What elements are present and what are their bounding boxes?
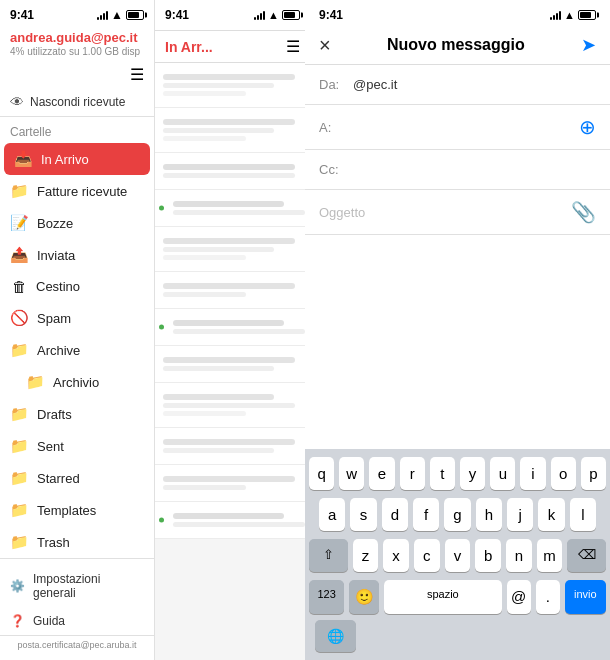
email-item[interactable] (155, 227, 310, 272)
archivio-label: Archivio (53, 375, 99, 390)
hide-received-button[interactable]: 👁 Nascondi ricevute (0, 88, 154, 116)
key-t[interactable]: t (430, 457, 455, 490)
key-w[interactable]: w (339, 457, 364, 490)
key-l[interactable]: l (570, 498, 596, 531)
key-m[interactable]: m (537, 539, 563, 572)
key-c[interactable]: c (414, 539, 440, 572)
key-x[interactable]: x (383, 539, 409, 572)
guide-label: Guida (33, 614, 65, 628)
compose-status-bar: 9:41 ▲ (305, 0, 610, 26)
cestino-icon: 🗑 (10, 278, 28, 295)
in-arrivo-icon: 📥 (14, 150, 33, 168)
sidebar-item-fatture-ricevute[interactable]: 📁 Fatture ricevute (0, 175, 154, 207)
sidebar-item-archive[interactable]: 📁 Archive (0, 334, 154, 366)
key-h[interactable]: h (476, 498, 502, 531)
to-field[interactable]: A: ⊕ (305, 105, 610, 150)
sidebar-item-spam[interactable]: 🚫 Spam (0, 302, 154, 334)
settings-label: Impostazioni generali (33, 572, 144, 600)
send-button[interactable]: ➤ (581, 34, 596, 56)
sidebar-item-in-arrivo[interactable]: 📥 In Arrivo (4, 143, 150, 175)
cestino-label: Cestino (36, 279, 80, 294)
email-item[interactable] (155, 309, 310, 346)
middle-status-bar: 9:41 ▲ (155, 0, 310, 31)
guide-button[interactable]: ❓ Guida (0, 607, 154, 635)
settings-icon: ⚙️ (10, 579, 25, 593)
templates-icon: 📁 (10, 501, 29, 519)
keyboard-row-2: a s d f g h j k l (309, 498, 606, 531)
key-i[interactable]: i (520, 457, 545, 490)
key-q[interactable]: q (309, 457, 334, 490)
middle-menu-icon[interactable]: ☰ (286, 37, 300, 56)
key-r[interactable]: r (400, 457, 425, 490)
email-item[interactable] (155, 502, 310, 539)
key-e[interactable]: e (369, 457, 394, 490)
key-y[interactable]: y (460, 457, 485, 490)
middle-panel: 9:41 ▲ In Arr... ☰ (155, 0, 310, 660)
menu-icon[interactable]: ☰ (130, 65, 144, 84)
emoji-key[interactable]: 🙂 (349, 580, 378, 614)
folders-label: Cartelle (0, 117, 154, 143)
sidebar-item-cestino[interactable]: 🗑 Cestino (0, 271, 154, 302)
attach-icon[interactable]: 📎 (571, 200, 596, 224)
email-item[interactable] (155, 383, 310, 428)
shift-key[interactable]: ⇧ (309, 539, 348, 572)
sidebar-item-bozze[interactable]: 📝 Bozze (0, 207, 154, 239)
keyboard-row-3: ⇧ z x c v b n m ⌫ (309, 539, 606, 572)
compose-title: Nuovo messaggio (387, 36, 525, 54)
period-key[interactable]: . (536, 580, 560, 614)
bottom-email: posta.certificata@pec.aruba.it (0, 635, 154, 654)
globe-key[interactable]: 🌐 (315, 620, 356, 652)
sidebar-item-trash[interactable]: 📁 Trash (0, 526, 154, 558)
key-p[interactable]: p (581, 457, 606, 490)
key-n[interactable]: n (506, 539, 532, 572)
compose-status-icons: ▲ (550, 9, 596, 21)
key-s[interactable]: s (350, 498, 376, 531)
key-u[interactable]: u (490, 457, 515, 490)
at-key[interactable]: @ (507, 580, 531, 614)
email-item[interactable] (155, 63, 310, 108)
sidebar-item-inviata[interactable]: 📤 Inviata (0, 239, 154, 271)
key-z[interactable]: z (353, 539, 379, 572)
sent-label: Sent (37, 439, 64, 454)
sidebar-item-drafts[interactable]: 📁 Drafts (0, 398, 154, 430)
sidebar-item-starred[interactable]: 📁 Starred (0, 462, 154, 494)
email-item[interactable] (155, 428, 310, 465)
key-f[interactable]: f (413, 498, 439, 531)
cc-field[interactable]: Cc: (305, 150, 610, 190)
email-item[interactable] (155, 272, 310, 309)
email-item[interactable] (155, 465, 310, 502)
cc-label: Cc: (319, 162, 347, 177)
key-g[interactable]: g (444, 498, 470, 531)
key-j[interactable]: j (507, 498, 533, 531)
key-a[interactable]: a (319, 498, 345, 531)
subject-placeholder: Oggetto (319, 205, 365, 220)
key-b[interactable]: b (475, 539, 501, 572)
backspace-key[interactable]: ⌫ (567, 539, 606, 572)
sidebar-item-archivio[interactable]: 📁 Archivio (0, 366, 154, 398)
key-v[interactable]: v (445, 539, 471, 572)
sidebar-item-templates[interactable]: 📁 Templates (0, 494, 154, 526)
key-d[interactable]: d (382, 498, 408, 531)
email-item[interactable] (155, 190, 310, 227)
guide-icon: ❓ (10, 614, 25, 628)
compose-header: × Nuovo messaggio ➤ (305, 26, 610, 65)
compose-panel: 9:41 ▲ × Nuovo messaggio ➤ Da: @pec.it A… (305, 0, 610, 660)
email-item[interactable] (155, 153, 310, 190)
compose-body[interactable] (305, 235, 610, 449)
key-k[interactable]: k (538, 498, 564, 531)
email-item[interactable] (155, 346, 310, 383)
email-item[interactable] (155, 108, 310, 153)
space-key[interactable]: spazio (384, 580, 502, 614)
archive-icon: 📁 (10, 341, 29, 359)
close-button[interactable]: × (319, 35, 331, 55)
middle-folder-title: In Arr... (165, 39, 213, 55)
return-key[interactable]: invio (565, 580, 606, 614)
numbers-key[interactable]: 123 (309, 580, 344, 614)
subject-field[interactable]: Oggetto 📎 (305, 190, 610, 235)
archivio-icon: 📁 (26, 373, 45, 391)
key-o[interactable]: o (551, 457, 576, 490)
add-recipient-icon[interactable]: ⊕ (579, 115, 596, 139)
settings-button[interactable]: ⚙️ Impostazioni generali (0, 565, 154, 607)
sidebar-item-sent[interactable]: 📁 Sent (0, 430, 154, 462)
starred-label: Starred (37, 471, 80, 486)
